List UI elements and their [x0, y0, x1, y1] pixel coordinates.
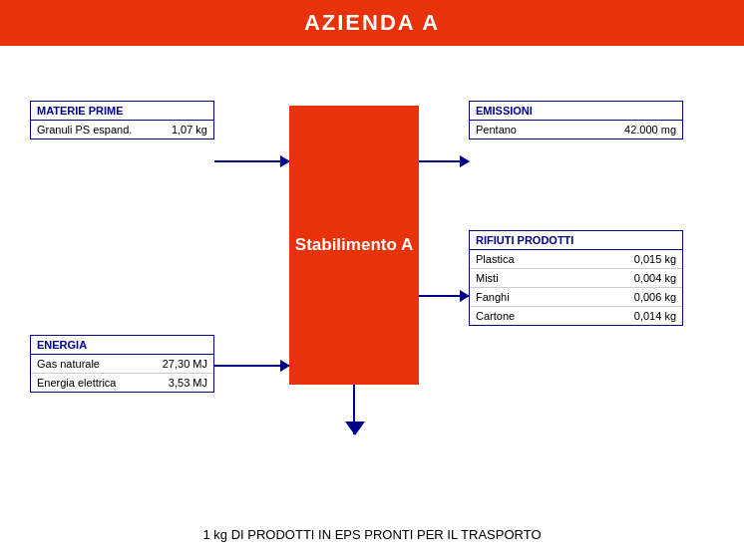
rifiuti-value-1: 0,004 kg	[634, 272, 676, 284]
rifiuti-row-3: Cartone 0,014 kg	[470, 307, 682, 325]
rifiuti-label-0: Plastica	[476, 253, 634, 265]
materie-prime-value-0: 1,07 kg	[172, 124, 207, 136]
arrow-stabilimento-to-rifiuti	[419, 295, 469, 297]
energia-value-1: 3,53 MJ	[169, 377, 207, 389]
emissioni-value-0: 42.000 mg	[624, 124, 676, 136]
rifiuti-row-2: Fanghi 0,006 kg	[470, 288, 682, 307]
rifiuti-box: RIFIUTI PRODOTTI Plastica 0,015 kg Misti…	[469, 230, 683, 326]
arrow-stabilimento-down	[353, 385, 355, 434]
energia-row-0: Gas naturale 27,30 MJ	[31, 355, 213, 374]
materie-prime-header: MATERIE PRIME	[31, 102, 213, 121]
rifiuti-header: RIFIUTI PRODOTTI	[470, 231, 682, 250]
materie-prime-row-0: Granuli PS espand. 1,07 kg	[31, 121, 213, 139]
emissioni-header: EMISSIONI	[470, 102, 682, 121]
energia-label-1: Energia elettrica	[37, 377, 169, 389]
page: AZIENDA A Stabilimento A MATERIE PRIME G…	[0, 0, 744, 560]
rifiuti-value-2: 0,006 kg	[634, 291, 676, 303]
materie-prime-label-0: Granuli PS espand.	[37, 124, 172, 136]
materie-prime-box: MATERIE PRIME Granuli PS espand. 1,07 kg	[30, 101, 214, 140]
arrow-materie-to-stabilimento	[214, 160, 289, 162]
rifiuti-value-3: 0,014 kg	[634, 310, 676, 322]
rifiuti-row-0: Plastica 0,015 kg	[470, 250, 682, 269]
arrow-energia-to-stabilimento	[214, 365, 289, 367]
bottom-text: 1 kg DI PRODOTTI IN EPS PRONTI PER IL TR…	[0, 527, 744, 542]
rifiuti-label-3: Cartone	[476, 310, 634, 322]
arrow-stabilimento-to-emissioni	[419, 160, 469, 162]
stabilimento-block: Stabilimento A	[289, 106, 419, 385]
stabilimento-label: Stabilimento A	[295, 233, 413, 257]
emissioni-label-0: Pentano	[476, 124, 624, 136]
rifiuti-label-2: Fanghi	[476, 291, 634, 303]
rifiuti-value-0: 0,015 kg	[634, 253, 676, 265]
energia-row-1: Energia elettrica 3,53 MJ	[31, 374, 213, 392]
page-title: AZIENDA A	[0, 0, 744, 46]
energia-label-0: Gas naturale	[37, 358, 163, 370]
rifiuti-label-1: Misti	[476, 272, 634, 284]
energia-box: ENERGIA Gas naturale 27,30 MJ Energia el…	[30, 335, 214, 393]
emissioni-row-0: Pentano 42.000 mg	[470, 121, 682, 139]
energia-value-0: 27,30 MJ	[163, 358, 207, 370]
energia-header: ENERGIA	[31, 336, 213, 355]
main-content: Stabilimento A MATERIE PRIME Granuli PS …	[0, 46, 744, 560]
rifiuti-row-1: Misti 0,004 kg	[470, 269, 682, 288]
emissioni-box: EMISSIONI Pentano 42.000 mg	[469, 101, 683, 140]
